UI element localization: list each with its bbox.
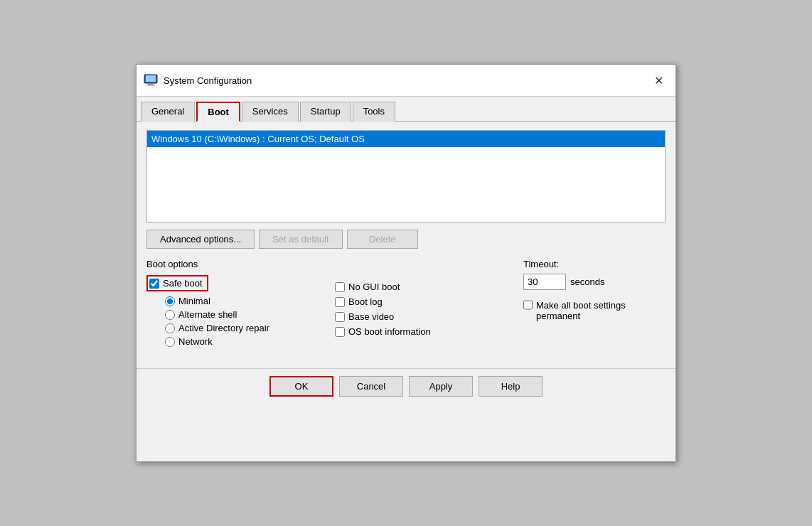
svg-rect-2 bbox=[148, 83, 154, 85]
radio-active-directory-label: Active Directory repair bbox=[178, 323, 269, 333]
set-default-button[interactable]: Set as default bbox=[259, 230, 343, 249]
ok-button[interactable]: OK bbox=[269, 376, 333, 397]
help-button[interactable]: Help bbox=[479, 376, 543, 397]
timeout-section: Timeout: seconds bbox=[523, 259, 666, 290]
title-bar-left: System Configuration bbox=[144, 74, 252, 87]
no-gui-checkbox[interactable] bbox=[335, 282, 345, 292]
radio-minimal-label: Minimal bbox=[178, 296, 210, 306]
boot-checkboxes-col: No GUI boot Boot log Base video OS boot … bbox=[335, 259, 523, 353]
safe-boot-label: Safe boot bbox=[163, 278, 203, 289]
boot-options-label: Boot options bbox=[146, 259, 335, 269]
timeout-label: Timeout: bbox=[523, 259, 666, 269]
boot-log-label: Boot log bbox=[348, 296, 383, 307]
boot-checkboxes: No GUI boot Boot log Base video OS boot … bbox=[335, 281, 523, 337]
radio-alternate-shell: Alternate shell bbox=[165, 309, 335, 320]
dialog-footer: OK Cancel Apply Help bbox=[137, 368, 675, 404]
os-boot-info-checkbox[interactable] bbox=[335, 327, 345, 337]
permanent-row: Make all boot settings permanent bbox=[523, 300, 644, 321]
title-bar: System Configuration ✕ bbox=[137, 65, 675, 97]
boot-options-panel: Boot options Safe boot Minimal bbox=[146, 259, 666, 353]
boot-options-left: Boot options Safe boot Minimal bbox=[146, 259, 335, 353]
tab-boot[interactable]: Boot bbox=[196, 102, 240, 122]
tab-startup[interactable]: Startup bbox=[300, 102, 351, 122]
os-list-box[interactable]: Windows 10 (C:\Windows) : Current OS; De… bbox=[146, 130, 666, 222]
action-button-row: Advanced options... Set as default Delet… bbox=[146, 230, 666, 249]
tab-general[interactable]: General bbox=[141, 102, 195, 122]
tab-services[interactable]: Services bbox=[242, 102, 299, 122]
radio-network: Network bbox=[165, 336, 335, 347]
radio-alternate-shell-input[interactable] bbox=[165, 310, 175, 320]
os-boot-info-row: OS boot information bbox=[335, 326, 523, 337]
radio-active-directory-input[interactable] bbox=[165, 323, 175, 333]
boot-log-row: Boot log bbox=[335, 296, 523, 307]
safe-boot-radio-group: Minimal Alternate shell Active Directory… bbox=[165, 296, 335, 347]
permanent-label: Make all boot settings permanent bbox=[536, 300, 644, 321]
timeout-input[interactable] bbox=[523, 274, 566, 290]
tab-tools[interactable]: Tools bbox=[353, 102, 395, 122]
window-icon bbox=[144, 74, 158, 87]
no-gui-label: No GUI boot bbox=[348, 281, 400, 292]
base-video-label: Base video bbox=[348, 311, 394, 322]
tab-content: Windows 10 (C:\Windows) : Current OS; De… bbox=[137, 122, 675, 361]
safe-boot-highlight: Safe boot bbox=[146, 275, 208, 291]
radio-alternate-shell-label: Alternate shell bbox=[178, 309, 237, 320]
apply-button[interactable]: Apply bbox=[409, 376, 473, 397]
delete-button[interactable]: Delete bbox=[347, 230, 418, 249]
os-boot-info-label: OS boot information bbox=[348, 326, 431, 337]
radio-network-label: Network bbox=[178, 336, 213, 347]
boot-options-right: Timeout: seconds Make all boot settings … bbox=[523, 259, 666, 353]
base-video-row: Base video bbox=[335, 311, 523, 322]
radio-active-directory: Active Directory repair bbox=[165, 323, 335, 333]
timeout-unit: seconds bbox=[570, 277, 604, 287]
radio-minimal-input[interactable] bbox=[165, 296, 175, 306]
radio-minimal: Minimal bbox=[165, 296, 335, 306]
close-button[interactable]: ✕ bbox=[648, 70, 668, 90]
advanced-options-button[interactable]: Advanced options... bbox=[146, 230, 255, 249]
timeout-row: seconds bbox=[523, 274, 666, 290]
svg-rect-1 bbox=[146, 75, 156, 82]
svg-rect-3 bbox=[146, 85, 155, 86]
no-gui-row: No GUI boot bbox=[335, 281, 523, 292]
os-list-item[interactable]: Windows 10 (C:\Windows) : Current OS; De… bbox=[147, 131, 665, 147]
permanent-checkbox[interactable] bbox=[523, 300, 533, 310]
cancel-button[interactable]: Cancel bbox=[339, 376, 403, 397]
safe-boot-checkbox[interactable] bbox=[149, 279, 159, 289]
boot-log-checkbox[interactable] bbox=[335, 297, 345, 307]
base-video-checkbox[interactable] bbox=[335, 312, 345, 322]
tab-bar: General Boot Services Startup Tools bbox=[137, 97, 675, 122]
window-title: System Configuration bbox=[164, 75, 252, 86]
radio-network-input[interactable] bbox=[165, 337, 175, 347]
system-configuration-window: System Configuration ✕ General Boot Serv… bbox=[136, 64, 676, 462]
safe-boot-row: Safe boot bbox=[146, 275, 335, 291]
